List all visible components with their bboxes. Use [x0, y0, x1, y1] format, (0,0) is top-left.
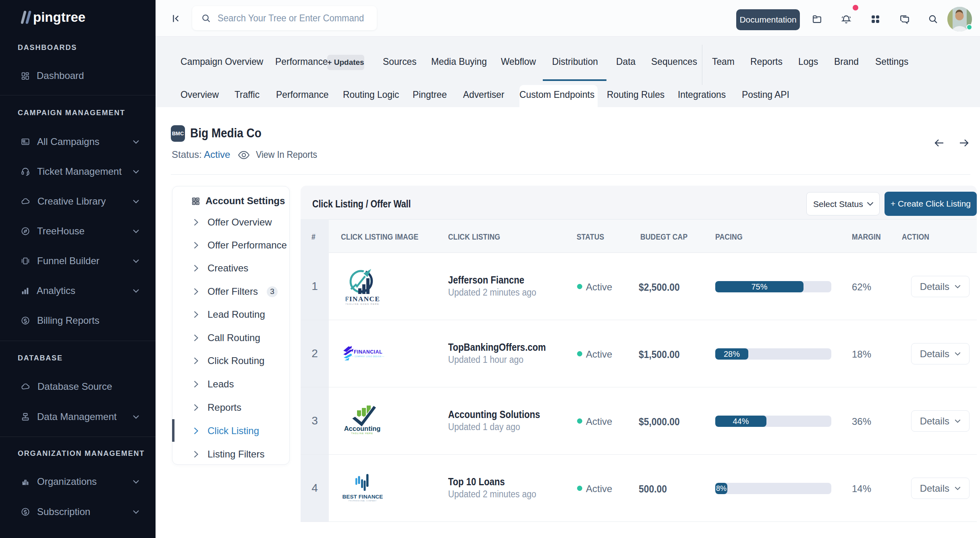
svg-text:FINANCIAL: FINANCIAL: [354, 349, 382, 355]
svg-text:Accounting: Accounting: [344, 425, 381, 432]
svg-text:BEST FINANCE: BEST FINANCE: [343, 494, 383, 500]
svg-text:TAGLINE GOES HERE: TAGLINE GOES HERE: [346, 303, 379, 305]
svg-text:PROFESSIONAL COMPANY: PROFESSIONAL COMPANY: [349, 500, 377, 502]
svg-text:TAGLINE HERE: TAGLINE HERE: [351, 432, 373, 435]
svg-text:FINANCE: FINANCE: [346, 295, 380, 303]
svg-text:—— COMPANY LOGO DESIGN ——: —— COMPANY LOGO DESIGN ——: [350, 356, 384, 358]
